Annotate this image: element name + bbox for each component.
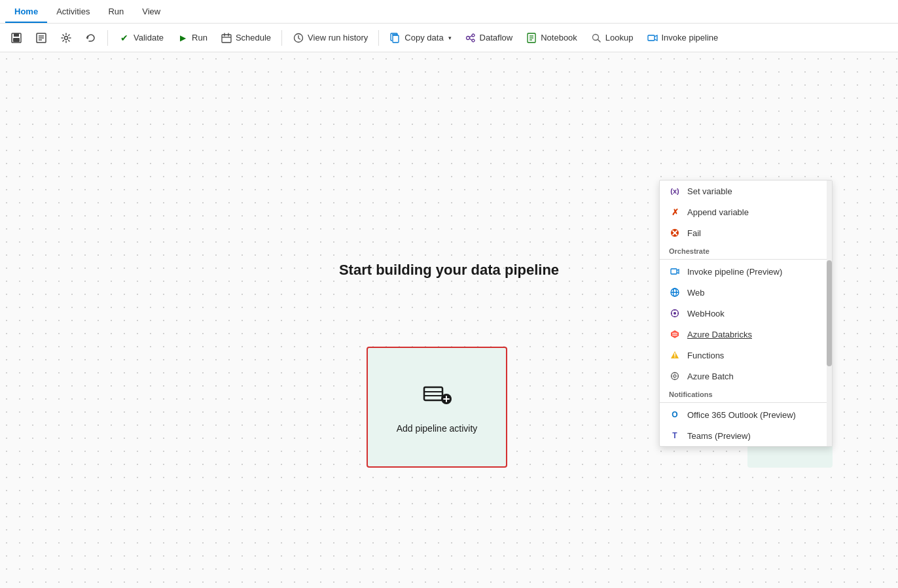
settings-button[interactable]: [55, 29, 77, 46]
run-icon: ▶: [177, 32, 189, 44]
web-icon: [669, 286, 681, 298]
gear-icon: [60, 32, 72, 44]
dropdown-item-azure-batch[interactable]: Azure Batch: [660, 366, 832, 387]
schedule-button[interactable]: Schedule: [215, 29, 276, 46]
section-separator: [660, 259, 832, 260]
dropdown-scrollbar[interactable]: [827, 181, 832, 446]
dropdown-item-teams[interactable]: T Teams (Preview): [660, 425, 832, 446]
svg-rect-26: [424, 387, 442, 400]
run-label: Run: [192, 33, 207, 43]
azure-batch-icon: [669, 370, 681, 382]
schedule-label: Schedule: [236, 33, 271, 43]
azure-databricks-icon: [669, 328, 681, 340]
add-pipeline-activity-card[interactable]: Add pipeline activity: [367, 347, 507, 468]
invoke-pipeline-icon: [647, 32, 658, 44]
svg-rect-25: [648, 35, 655, 41]
view-run-history-label: View run history: [308, 33, 368, 43]
svg-rect-2: [13, 38, 20, 42]
canvas-area: Start building your data pipeline Add pi…: [0, 52, 898, 588]
invoke-pipeline-label: Invoke pipeline: [662, 33, 719, 43]
copy-data-icon: [389, 32, 401, 44]
run-button[interactable]: ▶ Run: [171, 29, 213, 46]
dropdown-item-label: Teams (Preview): [687, 431, 751, 441]
notebook-icon: [526, 32, 537, 44]
svg-rect-13: [393, 35, 399, 43]
copy-data-button[interactable]: Copy data ▾: [384, 29, 456, 46]
svg-point-15: [472, 34, 475, 37]
dataflow-label: Dataflow: [480, 33, 513, 43]
dropdown-item-invoke-pipeline[interactable]: Invoke pipeline (Preview): [660, 261, 832, 282]
svg-point-43: [674, 312, 676, 315]
schedule-icon: [221, 32, 232, 44]
dropdown-item-label: Office 365 Outlook (Preview): [687, 410, 796, 420]
validate-label: Validate: [134, 33, 164, 43]
view-run-history-button[interactable]: View run history: [287, 29, 373, 46]
dropdown-item-fail[interactable]: Fail: [660, 222, 832, 243]
functions-icon: [669, 349, 681, 361]
svg-point-55: [672, 373, 679, 380]
svg-point-14: [466, 36, 469, 39]
dropdown-scrollbar-thumb[interactable]: [827, 260, 832, 366]
svg-rect-38: [671, 269, 677, 274]
notebook-label: Notebook: [541, 33, 577, 43]
svg-rect-8: [222, 35, 231, 43]
clock-icon: [293, 32, 304, 44]
fail-icon: [669, 227, 681, 239]
edit-icon: [35, 32, 47, 44]
dropdown-item-label: Append variable: [687, 207, 749, 217]
undo-icon: [85, 32, 97, 44]
notebook-button[interactable]: Notebook: [520, 29, 583, 46]
office365-icon: O: [669, 409, 681, 421]
toolbar-divider-2: [281, 30, 282, 46]
dropdown-item-azure-databricks[interactable]: Azure Databricks: [660, 324, 832, 345]
copy-data-label: Copy data: [404, 33, 443, 43]
edit-button[interactable]: [30, 29, 52, 46]
canvas-title: Start building your data pipeline: [339, 262, 559, 279]
toolbar-divider-1: [107, 30, 108, 46]
save-button[interactable]: [5, 29, 27, 46]
pipeline-add-icon: [422, 381, 453, 413]
invoke-pipeline-button[interactable]: Invoke pipeline: [641, 29, 724, 46]
dropdown-item-label: Functions: [687, 351, 724, 360]
dropdown-item-webhook[interactable]: WebHook: [660, 303, 832, 324]
dropdown-item-label: Azure Batch: [687, 372, 734, 381]
teams-icon: T: [669, 430, 681, 441]
lookup-icon: [590, 32, 602, 44]
toolbar-divider-3: [378, 30, 379, 46]
svg-point-54: [674, 356, 675, 358]
svg-line-17: [469, 35, 472, 37]
dropdown-item-functions[interactable]: Functions: [660, 345, 832, 366]
dropdown-item-label: Invoke pipeline (Preview): [687, 267, 782, 277]
append-variable-icon: ✗: [669, 206, 681, 218]
undo-button[interactable]: [80, 29, 102, 46]
lookup-label: Lookup: [605, 33, 634, 43]
dropdown-item-label: Web: [687, 288, 705, 298]
tab-activities[interactable]: Activities: [47, 1, 99, 23]
dropdown-menu: (x) Set variable ✗ Append variable Fail: [659, 180, 833, 447]
dropdown-item-label: WebHook: [687, 309, 725, 319]
dropdown-item-append-variable[interactable]: ✗ Append variable: [660, 201, 832, 222]
svg-rect-1: [14, 33, 19, 37]
dropdown-section-orchestrate: Orchestrate: [660, 243, 832, 258]
lookup-button[interactable]: Lookup: [585, 29, 639, 46]
dropdown-item-office365[interactable]: O Office 365 Outlook (Preview): [660, 404, 832, 425]
dropdown-item-label: Fail: [687, 228, 701, 238]
copy-data-dropdown-icon: ▾: [448, 35, 452, 41]
dropdown-item-label: Azure Databricks: [687, 330, 752, 339]
set-variable-icon: (x): [669, 185, 681, 197]
save-icon: [10, 32, 22, 44]
dropdown-section-notifications: Notifications: [660, 387, 832, 401]
tab-home[interactable]: Home: [5, 1, 47, 23]
dataflow-button[interactable]: Dataflow: [459, 29, 518, 46]
toolbar: ✔ Validate ▶ Run Schedule View run histo…: [0, 24, 898, 52]
svg-line-18: [469, 39, 472, 41]
validate-button[interactable]: ✔ Validate: [113, 29, 169, 46]
dropdown-item-web[interactable]: Web: [660, 282, 832, 303]
tab-view[interactable]: View: [133, 1, 170, 23]
dropdown-item-set-variable[interactable]: (x) Set variable: [660, 181, 832, 201]
webhook-icon: [669, 307, 681, 319]
validate-icon: ✔: [118, 32, 130, 44]
tab-bar: Home Activities Run View: [0, 0, 898, 24]
svg-point-56: [674, 375, 676, 377]
tab-run[interactable]: Run: [99, 1, 133, 23]
